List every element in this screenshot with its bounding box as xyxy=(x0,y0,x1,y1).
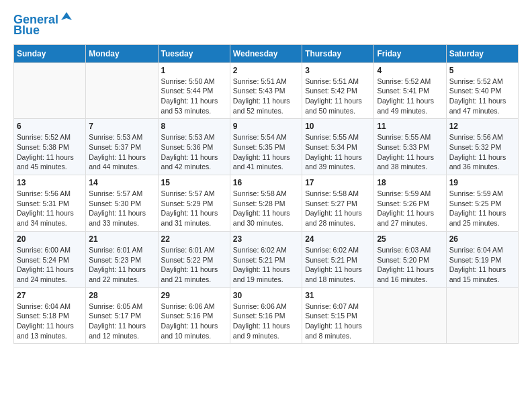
day-info: Sunrise: 6:03 AM Sunset: 5:20 PM Dayligh… xyxy=(377,245,443,285)
header-day-friday: Friday xyxy=(374,44,446,62)
day-info: Sunrise: 6:02 AM Sunset: 5:21 PM Dayligh… xyxy=(233,245,299,285)
calendar-cell: 14Sunrise: 5:57 AM Sunset: 5:30 PM Dayli… xyxy=(86,175,158,232)
day-info: Sunrise: 6:01 AM Sunset: 5:22 PM Dayligh… xyxy=(161,245,227,285)
day-info: Sunrise: 5:57 AM Sunset: 5:30 PM Dayligh… xyxy=(89,189,154,228)
day-info: Sunrise: 5:59 AM Sunset: 5:25 PM Dayligh… xyxy=(449,189,515,228)
day-info: Sunrise: 5:51 AM Sunset: 5:42 PM Dayligh… xyxy=(305,77,371,116)
calendar-cell: 8Sunrise: 5:53 AM Sunset: 5:36 PM Daylig… xyxy=(158,119,230,175)
calendar-cell xyxy=(374,287,446,344)
day-number: 4 xyxy=(377,66,443,75)
day-number: 21 xyxy=(89,234,154,244)
day-number: 12 xyxy=(449,122,515,131)
day-number: 28 xyxy=(89,291,154,300)
calendar-cell: 30Sunrise: 6:06 AM Sunset: 5:16 PM Dayli… xyxy=(230,287,302,344)
day-number: 25 xyxy=(377,234,443,244)
day-info: Sunrise: 5:53 AM Sunset: 5:37 PM Dayligh… xyxy=(89,132,154,172)
day-info: Sunrise: 5:55 AM Sunset: 5:33 PM Dayligh… xyxy=(377,132,443,172)
calendar-week-row: 13Sunrise: 5:56 AM Sunset: 5:31 PM Dayli… xyxy=(14,175,519,232)
day-number: 23 xyxy=(233,234,299,244)
header-day-sunday: Sunday xyxy=(14,44,86,62)
day-number: 11 xyxy=(377,122,443,131)
calendar-header-row: SundayMondayTuesdayWednesdayThursdayFrid… xyxy=(14,44,519,62)
calendar-cell: 28Sunrise: 6:05 AM Sunset: 5:17 PM Dayli… xyxy=(86,287,158,344)
calendar-cell: 18Sunrise: 5:59 AM Sunset: 5:26 PM Dayli… xyxy=(374,175,446,232)
day-info: Sunrise: 5:58 AM Sunset: 5:27 PM Dayligh… xyxy=(305,189,371,228)
day-number: 29 xyxy=(161,291,227,300)
day-number: 10 xyxy=(305,122,371,131)
calendar-cell: 29Sunrise: 6:06 AM Sunset: 5:16 PM Dayli… xyxy=(158,287,230,344)
calendar-cell: 13Sunrise: 5:56 AM Sunset: 5:31 PM Dayli… xyxy=(14,175,86,232)
day-info: Sunrise: 5:52 AM Sunset: 5:41 PM Dayligh… xyxy=(377,77,443,116)
day-number: 18 xyxy=(377,178,443,187)
calendar-cell: 4Sunrise: 5:52 AM Sunset: 5:41 PM Daylig… xyxy=(374,62,446,119)
day-number: 27 xyxy=(17,291,83,300)
calendar-cell: 9Sunrise: 5:54 AM Sunset: 5:35 PM Daylig… xyxy=(230,119,302,175)
logo-text-blue: Blue xyxy=(13,24,40,38)
day-info: Sunrise: 6:05 AM Sunset: 5:17 PM Dayligh… xyxy=(89,302,154,341)
header-day-tuesday: Tuesday xyxy=(158,44,230,62)
page-header: General Blue xyxy=(13,13,519,38)
svg-marker-0 xyxy=(61,12,72,20)
calendar-table: SundayMondayTuesdayWednesdayThursdayFrid… xyxy=(13,44,519,345)
day-info: Sunrise: 5:53 AM Sunset: 5:36 PM Dayligh… xyxy=(161,132,227,172)
day-number: 3 xyxy=(305,66,371,75)
day-info: Sunrise: 6:01 AM Sunset: 5:23 PM Dayligh… xyxy=(89,245,154,285)
calendar-week-row: 1Sunrise: 5:50 AM Sunset: 5:44 PM Daylig… xyxy=(14,62,519,119)
day-number: 20 xyxy=(17,234,83,244)
calendar-cell: 10Sunrise: 5:55 AM Sunset: 5:34 PM Dayli… xyxy=(302,119,374,175)
day-number: 17 xyxy=(305,178,371,187)
calendar-cell: 24Sunrise: 6:02 AM Sunset: 5:21 PM Dayli… xyxy=(302,231,374,287)
day-number: 13 xyxy=(17,178,83,187)
calendar-week-row: 20Sunrise: 6:00 AM Sunset: 5:24 PM Dayli… xyxy=(14,231,519,287)
calendar-cell: 7Sunrise: 5:53 AM Sunset: 5:37 PM Daylig… xyxy=(86,119,158,175)
calendar-cell: 21Sunrise: 6:01 AM Sunset: 5:23 PM Dayli… xyxy=(86,231,158,287)
day-info: Sunrise: 5:54 AM Sunset: 5:35 PM Dayligh… xyxy=(233,132,299,172)
calendar-cell: 19Sunrise: 5:59 AM Sunset: 5:25 PM Dayli… xyxy=(446,175,518,232)
day-number: 30 xyxy=(233,291,299,300)
calendar-cell xyxy=(446,287,518,344)
day-number: 1 xyxy=(161,66,227,75)
day-info: Sunrise: 5:56 AM Sunset: 5:31 PM Dayligh… xyxy=(17,189,83,228)
day-info: Sunrise: 5:52 AM Sunset: 5:38 PM Dayligh… xyxy=(17,132,83,172)
day-info: Sunrise: 6:06 AM Sunset: 5:16 PM Dayligh… xyxy=(233,302,299,341)
day-info: Sunrise: 5:56 AM Sunset: 5:32 PM Dayligh… xyxy=(449,132,515,172)
day-number: 5 xyxy=(449,66,515,75)
header-day-saturday: Saturday xyxy=(446,44,518,62)
day-info: Sunrise: 6:04 AM Sunset: 5:19 PM Dayligh… xyxy=(449,245,515,285)
calendar-cell: 15Sunrise: 5:57 AM Sunset: 5:29 PM Dayli… xyxy=(158,175,230,232)
day-info: Sunrise: 5:52 AM Sunset: 5:40 PM Dayligh… xyxy=(449,77,515,116)
day-number: 31 xyxy=(305,291,371,300)
day-number: 24 xyxy=(305,234,371,244)
day-info: Sunrise: 5:51 AM Sunset: 5:43 PM Dayligh… xyxy=(233,77,299,116)
calendar-week-row: 6Sunrise: 5:52 AM Sunset: 5:38 PM Daylig… xyxy=(14,119,519,175)
calendar-cell: 11Sunrise: 5:55 AM Sunset: 5:33 PM Dayli… xyxy=(374,119,446,175)
day-info: Sunrise: 5:55 AM Sunset: 5:34 PM Dayligh… xyxy=(305,132,371,172)
calendar-cell: 27Sunrise: 6:04 AM Sunset: 5:18 PM Dayli… xyxy=(14,287,86,344)
day-number: 19 xyxy=(449,178,515,187)
calendar-cell: 26Sunrise: 6:04 AM Sunset: 5:19 PM Dayli… xyxy=(446,231,518,287)
day-info: Sunrise: 5:50 AM Sunset: 5:44 PM Dayligh… xyxy=(161,77,227,116)
calendar-cell: 12Sunrise: 5:56 AM Sunset: 5:32 PM Dayli… xyxy=(446,119,518,175)
calendar-cell: 17Sunrise: 5:58 AM Sunset: 5:27 PM Dayli… xyxy=(302,175,374,232)
day-number: 7 xyxy=(89,122,154,131)
calendar-cell xyxy=(14,62,86,119)
day-number: 8 xyxy=(161,122,227,131)
calendar-cell: 20Sunrise: 6:00 AM Sunset: 5:24 PM Dayli… xyxy=(14,231,86,287)
day-info: Sunrise: 6:02 AM Sunset: 5:21 PM Dayligh… xyxy=(305,245,371,285)
day-info: Sunrise: 6:04 AM Sunset: 5:18 PM Dayligh… xyxy=(17,302,83,341)
header-day-thursday: Thursday xyxy=(302,44,374,62)
day-number: 14 xyxy=(89,178,154,187)
day-info: Sunrise: 6:07 AM Sunset: 5:15 PM Dayligh… xyxy=(305,302,371,341)
calendar-cell: 2Sunrise: 5:51 AM Sunset: 5:43 PM Daylig… xyxy=(230,62,302,119)
day-number: 9 xyxy=(233,122,299,131)
day-info: Sunrise: 5:59 AM Sunset: 5:26 PM Dayligh… xyxy=(377,189,443,228)
calendar-cell: 6Sunrise: 5:52 AM Sunset: 5:38 PM Daylig… xyxy=(14,119,86,175)
day-info: Sunrise: 6:06 AM Sunset: 5:16 PM Dayligh… xyxy=(161,302,227,341)
logo-bird-icon xyxy=(60,11,73,24)
header-day-wednesday: Wednesday xyxy=(230,44,302,62)
calendar-cell: 22Sunrise: 6:01 AM Sunset: 5:22 PM Dayli… xyxy=(158,231,230,287)
calendar-cell: 25Sunrise: 6:03 AM Sunset: 5:20 PM Dayli… xyxy=(374,231,446,287)
day-number: 22 xyxy=(161,234,227,244)
day-number: 15 xyxy=(161,178,227,187)
day-number: 16 xyxy=(233,178,299,187)
